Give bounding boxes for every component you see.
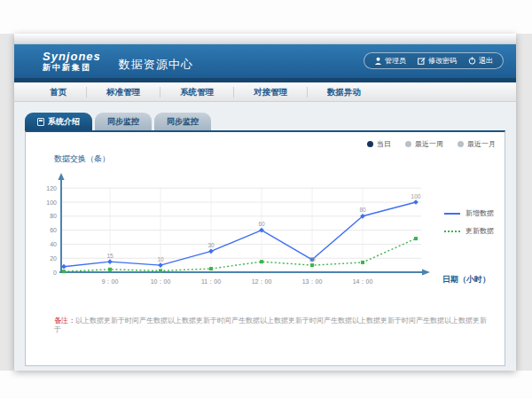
screenshot-stage: Synjones 新中新集团 数据资源中心 管理员 修改密码 退出: [0, 0, 532, 399]
tab-bar: 系统介绍 同步监控 同步监控: [25, 113, 505, 130]
svg-text:10: 10: [157, 256, 164, 262]
svg-text:120: 120: [46, 185, 57, 192]
svg-text:10：00: 10：00: [151, 278, 171, 285]
filter-option-last-week[interactable]: 最近一周: [405, 139, 443, 149]
filter-option-last-month-label: 最近一月: [467, 139, 496, 149]
window-top-strip: [14, 34, 516, 44]
filter-option-today-label: 当日: [377, 139, 391, 149]
document-icon: [37, 118, 44, 126]
nav-item-home[interactable]: 首页: [30, 87, 87, 98]
user-icon: [374, 57, 382, 65]
current-user-button[interactable]: 管理员: [374, 56, 406, 66]
brand-logo-cn: 新中新集团: [43, 64, 101, 72]
nav-item-data-change[interactable]: 数据异动: [308, 87, 380, 98]
edit-icon: [418, 57, 426, 65]
x-axis-title: 日期（小时）: [442, 274, 490, 286]
svg-text:30: 30: [207, 242, 215, 248]
nav-item-interface-mgmt[interactable]: 对接管理: [234, 87, 308, 98]
legend-item-update-data: 更新数据: [444, 226, 494, 236]
tab-sync-monitor-1-label: 同步监控: [107, 113, 139, 130]
brand-logo-text: Synjones: [43, 51, 101, 62]
logout-button[interactable]: 退出: [468, 56, 493, 66]
change-password-button[interactable]: 修改密码: [418, 56, 457, 66]
y-axis-title: 数据交换（条）: [54, 153, 110, 165]
svg-text:13：00: 13：00: [302, 278, 323, 285]
tab-sync-monitor-2-label: 同步监控: [167, 113, 199, 130]
page-title: 数据资源中心: [119, 57, 193, 73]
svg-text:40: 40: [50, 241, 57, 247]
tab-sync-monitor-2[interactable]: 同步监控: [154, 113, 211, 130]
time-range-filter: 当日 最近一周 最近一月: [367, 139, 496, 149]
line-chart: 0204060801001209：0010：0011：0012：0013：001…: [35, 166, 442, 299]
legend-new-data-label: 新增数据: [466, 208, 494, 218]
radio-selected-icon: [367, 141, 373, 147]
svg-text:11：00: 11：00: [201, 278, 221, 285]
filter-option-last-month[interactable]: 最近一月: [458, 139, 496, 149]
svg-text:12：00: 12：00: [252, 278, 272, 285]
filter-option-last-week-label: 最近一周: [415, 139, 443, 149]
chart-panel: 当日 最近一周 最近一月 数据交换（条） 0204060801001209：00…: [25, 130, 505, 366]
tab-system-intro[interactable]: 系统介绍: [25, 113, 92, 130]
brand-logo: Synjones 新中新集团: [43, 51, 101, 72]
svg-text:0: 0: [53, 270, 57, 276]
svg-text:14：00: 14：00: [353, 278, 373, 285]
legend-line-dotted-icon: [444, 231, 460, 232]
nav-item-standard-mgmt[interactable]: 标准管理: [87, 87, 160, 98]
tab-system-intro-label: 系统介绍: [48, 113, 80, 130]
app-header: Synjones 新中新集团 数据资源中心 管理员 修改密码 退出: [14, 44, 516, 78]
svg-text:10: 10: [309, 256, 316, 262]
change-password-label: 修改密码: [428, 56, 457, 66]
footnote-prefix: 备注：: [54, 317, 75, 325]
app-window: Synjones 新中新集团 数据资源中心 管理员 修改密码 退出: [14, 34, 516, 371]
radio-unselected-icon: [405, 141, 411, 147]
svg-text:60: 60: [258, 221, 265, 227]
content-area: 系统介绍 同步监控 同步监控 当日 最近一周: [14, 102, 516, 371]
svg-text:100: 100: [46, 200, 57, 206]
footnote-text: 以上数据更新于时间产生数据以上数据更新于时间产生数据以上数据更新于时间产生数据以…: [54, 317, 487, 333]
nav-item-system-mgmt[interactable]: 系统管理: [160, 87, 234, 98]
legend-line-solid-icon: [444, 213, 460, 215]
logout-label: 退出: [479, 56, 493, 66]
svg-text:15: 15: [106, 253, 113, 259]
footnote: 备注：以上数据更新于时间产生数据以上数据更新于时间产生数据以上数据更新于时间产生…: [54, 317, 487, 335]
svg-text:20: 20: [50, 255, 57, 262]
filter-option-today[interactable]: 当日: [367, 139, 391, 149]
svg-text:100: 100: [411, 193, 421, 200]
chart-legend: 新增数据 更新数据: [444, 208, 494, 236]
user-toolbar: 管理员 修改密码 退出: [364, 52, 504, 69]
svg-text:9：00: 9：00: [102, 278, 119, 285]
main-nav: 首页 标准管理 系统管理 对接管理 数据异动: [14, 82, 516, 102]
legend-update-data-label: 更新数据: [466, 226, 494, 236]
power-icon: [468, 57, 476, 65]
current-user-label: 管理员: [385, 56, 406, 66]
tab-sync-monitor-1[interactable]: 同步监控: [95, 113, 152, 130]
svg-text:80: 80: [50, 213, 57, 219]
svg-text:80: 80: [359, 207, 366, 213]
legend-item-new-data: 新增数据: [444, 208, 494, 218]
svg-text:60: 60: [50, 227, 57, 233]
radio-unselected-icon: [458, 141, 464, 147]
